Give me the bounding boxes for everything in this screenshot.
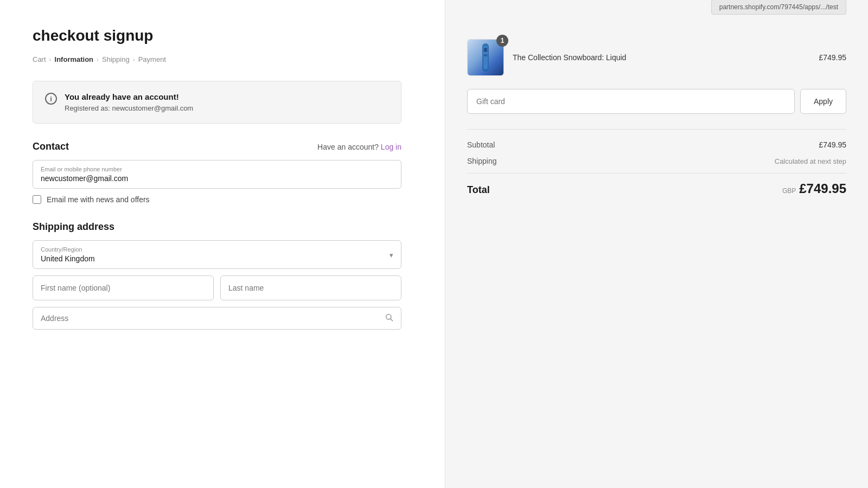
shipping-section-header: Shipping address bbox=[33, 221, 401, 233]
product-image-wrap: 1 bbox=[467, 39, 504, 76]
breadcrumb-cart[interactable]: Cart bbox=[33, 55, 46, 63]
svg-rect-4 bbox=[484, 48, 487, 52]
last-name-group[interactable] bbox=[220, 275, 401, 300]
snowboard-svg bbox=[477, 42, 494, 73]
gift-card-row: Apply bbox=[467, 89, 846, 114]
account-notice-email: Registered as: newcustomer@gmail.com bbox=[65, 104, 193, 112]
left-panel: checkout signup Cart › Information › Shi… bbox=[0, 0, 445, 488]
right-panel: partners.shopify.com/797445/apps/.../tes… bbox=[445, 0, 868, 488]
country-select-group[interactable]: Country/Region United Kingdom ▾ bbox=[33, 240, 401, 269]
address-group[interactable] bbox=[33, 307, 401, 330]
total-currency: GBP bbox=[782, 187, 796, 195]
newsletter-label[interactable]: Email me with news and offers bbox=[47, 195, 150, 204]
first-name-input[interactable] bbox=[41, 281, 206, 294]
breadcrumb-sep-2: › bbox=[97, 56, 99, 63]
order-summary: Subtotal £749.95 Shipping Calculated at … bbox=[467, 129, 846, 196]
breadcrumb: Cart › Information › Shipping › Payment bbox=[33, 55, 401, 63]
total-label: Total bbox=[467, 184, 490, 196]
search-icon bbox=[385, 313, 393, 324]
svg-line-1 bbox=[391, 319, 393, 321]
email-input[interactable] bbox=[41, 174, 393, 183]
last-name-input[interactable] bbox=[228, 281, 393, 294]
name-row bbox=[33, 275, 401, 300]
total-row: Total GBP £749.95 bbox=[467, 173, 846, 196]
apply-button[interactable]: Apply bbox=[800, 89, 846, 114]
info-icon: i bbox=[45, 93, 57, 105]
url-bar-wrap: partners.shopify.com/797445/apps/.../tes… bbox=[467, 0, 846, 28]
breadcrumb-information[interactable]: Information bbox=[55, 55, 94, 63]
email-field-group[interactable]: Email or mobile phone number bbox=[33, 160, 401, 189]
product-name: The Collection Snowboard: Liquid bbox=[513, 53, 810, 62]
total-amount: £749.95 bbox=[799, 181, 846, 196]
shipping-label: Shipping bbox=[467, 157, 497, 165]
account-notice: i You already have an account! Registere… bbox=[33, 81, 401, 124]
account-notice-title: You already have an account! bbox=[65, 92, 193, 101]
page-title: checkout signup bbox=[33, 27, 401, 44]
subtotal-row: Subtotal £749.95 bbox=[467, 140, 846, 149]
have-account-text: Have an account? Log in bbox=[317, 143, 401, 151]
log-in-link[interactable]: Log in bbox=[381, 143, 401, 151]
newsletter-row: Email me with news and offers bbox=[33, 195, 401, 204]
product-price: £749.95 bbox=[819, 53, 846, 62]
shipping-address-section: Shipping address Country/Region United K… bbox=[33, 221, 401, 330]
product-badge: 1 bbox=[496, 35, 508, 47]
product-row: 1 The Collection Snowboard: Liquid £749.… bbox=[467, 34, 846, 76]
breadcrumb-payment[interactable]: Payment bbox=[138, 55, 166, 63]
shipping-row: Shipping Calculated at next step bbox=[467, 157, 846, 165]
url-bar: partners.shopify.com/797445/apps/.../tes… bbox=[711, 0, 846, 15]
contact-section-title: Contact bbox=[33, 141, 69, 152]
country-select[interactable]: United Kingdom bbox=[41, 254, 393, 263]
breadcrumb-sep-3: › bbox=[133, 56, 135, 63]
newsletter-checkbox[interactable] bbox=[33, 195, 41, 204]
svg-rect-5 bbox=[484, 54, 487, 56]
breadcrumb-sep-1: › bbox=[49, 56, 52, 63]
subtotal-label: Subtotal bbox=[467, 140, 495, 149]
first-name-group[interactable] bbox=[33, 275, 214, 300]
contact-section-header: Contact Have an account? Log in bbox=[33, 141, 401, 152]
country-label: Country/Region bbox=[41, 246, 393, 253]
address-input[interactable] bbox=[41, 314, 385, 323]
account-notice-text: You already have an account! Registered … bbox=[65, 92, 193, 112]
shipping-value: Calculated at next step bbox=[775, 157, 846, 165]
email-field-label: Email or mobile phone number bbox=[41, 166, 393, 172]
total-value-wrap: GBP £749.95 bbox=[782, 181, 846, 196]
gift-card-input[interactable] bbox=[467, 89, 795, 114]
shipping-section-title: Shipping address bbox=[33, 221, 114, 233]
subtotal-value: £749.95 bbox=[819, 140, 846, 149]
breadcrumb-shipping[interactable]: Shipping bbox=[102, 55, 130, 63]
